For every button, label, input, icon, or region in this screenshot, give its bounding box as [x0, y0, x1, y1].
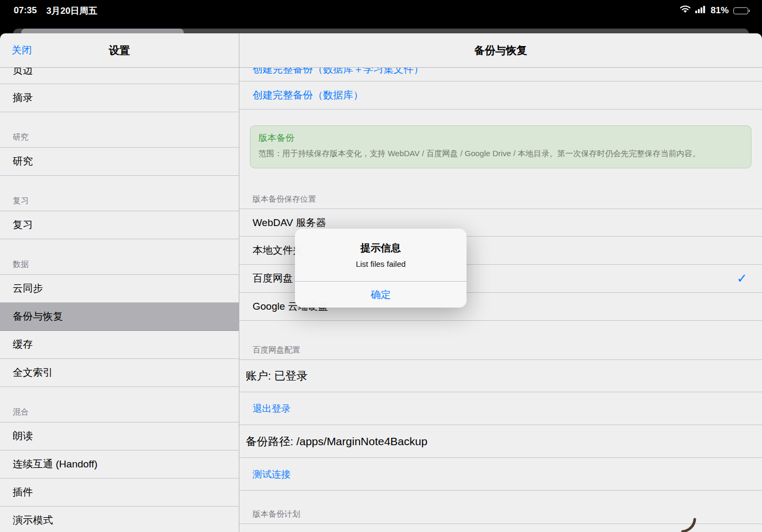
battery-icon [733, 7, 748, 14]
wifi-icon [680, 5, 691, 16]
sidebar-item-excerpt[interactable]: 摘录 [0, 84, 239, 112]
sidebar-item-handoff[interactable]: 连续互通 (Handoff) [0, 450, 239, 479]
panel-title: 备份与恢复 [474, 43, 527, 58]
version-backup-description: 范围：用于持续保存版本变化，支持 WebDAV / 百度网盘 / Google … [258, 149, 743, 159]
panel-header: 备份与恢复 [239, 33, 762, 68]
test-connection-link[interactable]: 测试连接 [239, 458, 762, 491]
spacer [239, 110, 762, 125]
sidebar-section-review: 复习 [0, 176, 239, 211]
background-app-edge [0, 21, 762, 33]
sidebar-item-fulltext-index[interactable]: 全文索引 [0, 359, 239, 387]
sidebar-item-speech[interactable]: 朗读 [0, 422, 239, 450]
background-tab-top [21, 29, 184, 33]
status-date: 3月20日周五 [46, 5, 97, 17]
alert-dialog: 提示信息 List files failed 确定 [295, 229, 467, 308]
sidebar-item-review[interactable]: 复习 [0, 211, 239, 239]
create-full-backup-with-files-link[interactable]: 创建完整备份（数据库＋学习集文件） [239, 68, 762, 82]
sidebar-item-plugins[interactable]: 插件 [0, 479, 239, 507]
create-full-backup-db-link[interactable]: 创建完整备份（数据库） [239, 82, 762, 110]
backup-path-row: 备份路径: /apps/MarginNote4Backup [239, 425, 762, 458]
sidebar-item-cache[interactable]: 缓存 [0, 331, 239, 359]
account-status-row: 账户: 已登录 [239, 359, 762, 392]
settings-sidebar: 关闭 设置 页边 摘录 研究 研究 复习 复习 数据 云同步 备份与恢复 缓存 … [0, 33, 239, 532]
sidebar-item-cloud-sync[interactable]: 云同步 [0, 275, 239, 303]
checkmark-icon: ✓ [737, 271, 747, 286]
alert-title: 提示信息 [361, 241, 401, 255]
sidebar-item-demo-mode[interactable]: 演示模式 [0, 507, 239, 532]
sidebar-item-page-margin[interactable]: 页边 [0, 68, 239, 84]
sidebar-section-study: 研究 [0, 112, 239, 148]
section-header-backup-location: 版本备份保存位置 [239, 168, 762, 209]
alert-confirm-button[interactable]: 确定 [295, 282, 467, 308]
status-bar: 07:35 3月20日周五 81% [0, 0, 762, 21]
sidebar-header: 关闭 设置 [0, 33, 239, 68]
sidebar-item-backup-restore[interactable]: 备份与恢复 [0, 303, 239, 331]
sidebar-title: 设置 [109, 43, 130, 58]
sidebar-section-misc: 混合 [0, 387, 239, 422]
status-time: 07:35 [14, 5, 37, 16]
section-header-baidu-config: 百度网盘配置 [239, 321, 762, 359]
close-button[interactable]: 关闭 [12, 43, 32, 57]
logout-link[interactable]: 退出登录 [239, 392, 762, 425]
battery-percent: 81% [711, 5, 729, 16]
cellular-signal-icon [695, 5, 706, 16]
version-backup-info-box: 版本备份 范围：用于持续保存版本变化，支持 WebDAV / 百度网盘 / Go… [250, 125, 751, 168]
background-arc-artifact [678, 518, 699, 532]
sidebar-section-data: 数据 [0, 239, 239, 275]
sidebar-item-study[interactable]: 研究 [0, 148, 239, 176]
screen: 07:35 3月20日周五 81% [0, 0, 762, 532]
version-backup-title: 版本备份 [258, 132, 743, 144]
alert-message: List files failed [356, 259, 406, 268]
